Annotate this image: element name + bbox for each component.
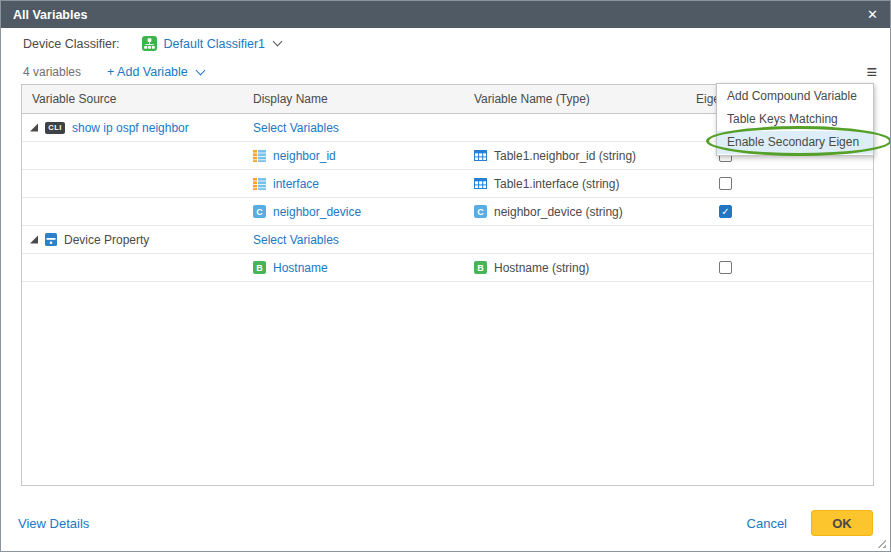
column-header-variable-source: Variable Source [22, 92, 247, 106]
eigen-checkbox[interactable]: ✓ [719, 205, 732, 218]
compound-variable-icon: C [474, 205, 487, 218]
dialog-footer: View Details Cancel OK [1, 507, 890, 539]
close-icon[interactable]: ✕ [867, 8, 878, 21]
variable-name-label: Table1.interface (string) [494, 177, 619, 191]
compound-variable-icon: C [253, 205, 266, 218]
classifier-chevron-down-icon[interactable] [273, 37, 283, 47]
eigen-checkbox[interactable] [719, 177, 732, 190]
table-grid-icon [474, 150, 487, 161]
table-row: BHostname BHostname (string) [22, 254, 873, 282]
variable-count: 4 variables [23, 65, 81, 79]
classifier-value[interactable]: Default Classifier1 [164, 37, 265, 51]
display-name-link[interactable]: interface [273, 177, 319, 191]
display-name-link[interactable]: Hostname [273, 261, 328, 275]
table-row: Device Property Select Variables [22, 226, 873, 254]
device-icon [45, 233, 57, 246]
overflow-menu-icon[interactable]: ≡ [866, 63, 877, 81]
display-name-link[interactable]: Select Variables [253, 121, 339, 135]
dialog-title: All Variables [13, 8, 87, 22]
table-row: Cneighbor_device Cneighbor_device (strin… [22, 198, 873, 226]
variable-source-link[interactable]: show ip ospf neighbor [72, 121, 189, 135]
column-header-variable-name-type-: Variable Name (Type) [468, 92, 688, 106]
menu-item-add-compound-variable[interactable]: Add Compound Variable [717, 85, 873, 108]
context-menu: Add Compound VariableTable Keys Matching… [716, 83, 874, 156]
menu-item-enable-secondary-eigen[interactable]: Enable Secondary Eigen [717, 131, 873, 154]
ok-button[interactable]: OK [811, 510, 873, 536]
add-variable-chevron-down-icon[interactable] [195, 65, 205, 75]
variable-name-label: Hostname (string) [494, 261, 589, 275]
classifier-icon [142, 36, 157, 51]
cancel-button[interactable]: Cancel [747, 516, 787, 531]
table-row: interface Table1.interface (string) [22, 170, 873, 198]
resize-handle-icon[interactable] [876, 538, 886, 548]
builtin-property-icon: B [253, 261, 266, 274]
device-classifier-row: Device Classifier: Default Classifier1 [1, 28, 890, 59]
cli-icon: CLI [45, 122, 65, 134]
device-classifier-label: Device Classifier: [23, 37, 120, 51]
all-variables-dialog: All Variables ✕ Device Classifier: Defau… [0, 0, 891, 552]
display-name-link[interactable]: Select Variables [253, 233, 339, 247]
variable-name-label: Table1.neighbor_id (string) [494, 149, 636, 163]
view-details-link[interactable]: View Details [18, 516, 89, 531]
eigen-checkbox[interactable] [719, 261, 732, 274]
display-name-link[interactable]: neighbor_device [273, 205, 361, 219]
variable-source-label: Device Property [64, 233, 149, 247]
table-key-column-icon [253, 178, 266, 190]
add-variable-button[interactable]: + Add Variable [107, 65, 188, 79]
table-key-column-icon [253, 150, 266, 162]
variables-toolbar: 4 variables + Add Variable ≡ [1, 59, 890, 85]
dialog-titlebar: All Variables ✕ [1, 1, 890, 28]
column-header-display-name: Display Name [247, 92, 468, 106]
menu-item-table-keys-matching[interactable]: Table Keys Matching [717, 108, 873, 131]
expanded-triangle-icon[interactable] [30, 124, 38, 132]
expanded-triangle-icon[interactable] [30, 236, 38, 244]
variable-name-label: neighbor_device (string) [494, 205, 623, 219]
builtin-property-icon: B [474, 261, 487, 274]
display-name-link[interactable]: neighbor_id [273, 149, 336, 163]
table-grid-icon [474, 178, 487, 189]
